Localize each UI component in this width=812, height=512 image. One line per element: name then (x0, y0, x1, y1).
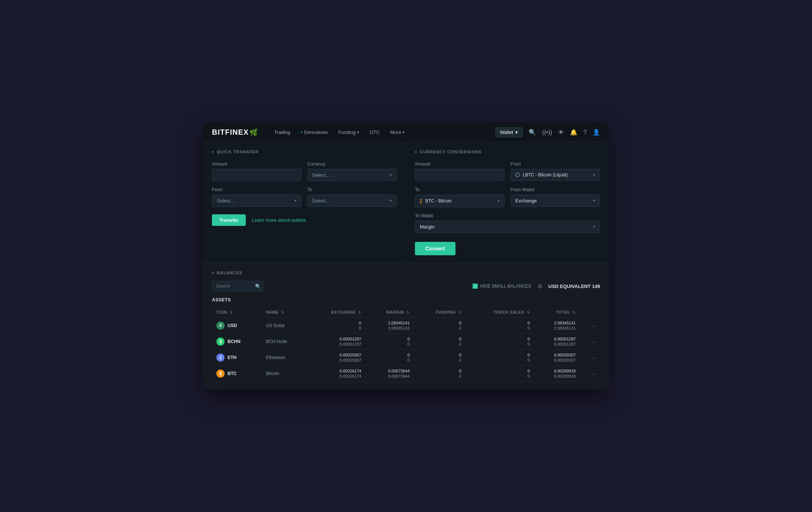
cell-funding-ETH: 0 0 (414, 350, 466, 366)
conv-from-wallet-label: From Wallet (510, 187, 600, 192)
signal-icon[interactable]: ((•)) (542, 129, 552, 136)
col-token-sales[interactable]: TOKEN SALES ⇅ (466, 307, 534, 318)
cell-coin-BCHN: ₿ BCHN (212, 334, 261, 350)
coin-ticker-ETH: ETH (228, 355, 236, 360)
cell-funding-BCHN: 0 0 (414, 334, 466, 350)
cell-name-USD: US Dollar (261, 318, 307, 334)
quick-transfer-chevron-icon[interactable]: ▾ (212, 150, 214, 154)
conversions-title: CURRENCY CONVERSIONS (420, 150, 482, 154)
row-menu-ETH-icon[interactable]: ··· (591, 355, 596, 361)
conv-amount-group: Amount (415, 161, 505, 181)
conv-to-wallet-label: To Wallet (415, 213, 600, 218)
amount-input[interactable] (212, 169, 302, 181)
bell-icon[interactable]: 🔔 (570, 129, 577, 136)
nav-trading[interactable]: Trading (270, 127, 295, 137)
coin-ticker-BCHN: BCHN (228, 339, 241, 344)
wallet-label: Wallet (500, 129, 513, 135)
cell-token-sales-USD: 0 0 (466, 318, 534, 334)
conv-from-chevron-icon: ▾ (593, 173, 595, 177)
to-select[interactable]: Select... ▾ (307, 195, 397, 207)
table-row: # USD US Dollar 0 0 2.08345141 2.0834514… (212, 318, 600, 334)
to-label: To (307, 187, 397, 192)
search-icon[interactable]: 🔍 (255, 284, 261, 289)
nav-trading-label: Trading (274, 129, 290, 135)
cell-coin-BTC: ₿ BTC (212, 366, 261, 382)
conv-amount-label: Amount (415, 161, 505, 167)
logo-text: BITFINEX (212, 128, 249, 137)
eye-icon[interactable]: 👁 (558, 129, 564, 136)
amount-currency-row: Amount Currency Select... ▾ (212, 161, 397, 181)
convert-button[interactable]: Convert (415, 242, 455, 255)
conv-to-chevron-icon: ▾ (497, 199, 500, 204)
cell-menu-BTC[interactable]: ··· (580, 366, 600, 382)
cell-menu-USD[interactable]: ··· (580, 318, 600, 334)
user-icon[interactable]: 👤 (593, 129, 600, 136)
cell-margin-ETH: 0 0 (366, 350, 414, 366)
cell-funding-USD: 0 0 (414, 318, 466, 334)
to-chevron-icon: ▾ (390, 198, 392, 203)
currency-chevron-icon: ▾ (390, 173, 392, 177)
quick-transfer-header: ▾ QUICK TRANSFER (212, 150, 397, 154)
conv-from-wallet-select[interactable]: Exchange ▾ (510, 195, 600, 207)
row-menu-BCHN-icon[interactable]: ··· (591, 339, 596, 345)
currency-select[interactable]: Select... ▾ (307, 169, 397, 181)
conv-from-inner: LBTC - Bitcoin (Liquid) (515, 172, 568, 177)
wallet-button[interactable]: Wallet ▾ (495, 127, 523, 137)
row-menu-BTC-icon[interactable]: ··· (591, 371, 596, 377)
wallet-chevron-icon: ▾ (515, 129, 518, 135)
coin-icon-BCHN: ₿ (216, 337, 225, 346)
conversions-chevron-icon[interactable]: ▾ (415, 150, 417, 154)
nav-otc[interactable]: OTC (365, 127, 384, 137)
from-chevron-icon: ▾ (294, 198, 297, 203)
col-name[interactable]: NAME ⇅ (261, 307, 307, 318)
conv-from-value: LBTC - Bitcoin (Liquid) (523, 172, 568, 177)
col-margin[interactable]: MARGIN ⇅ (366, 307, 414, 318)
amount-group: Amount (212, 161, 302, 181)
cell-exchange-ETH: 0.00029307 0.00029307 (307, 350, 365, 366)
nav-funding-chevron-icon: ▾ (357, 130, 359, 134)
conv-to-group: To ₿ BTC - Bitcoin ▾ (415, 187, 505, 207)
panels-row: ▾ QUICK TRANSFER Amount Currency Select.… (203, 142, 609, 263)
table-row: ₿ BCHN BCH Node 0.00001287 0.00001287 0 … (212, 334, 600, 350)
cell-menu-ETH[interactable]: ··· (580, 350, 600, 366)
cell-menu-BCHN[interactable]: ··· (580, 334, 600, 350)
conv-from-radio (515, 173, 520, 177)
conv-amount-row: Amount From LBTC - Bitcoin (Liquid) ▾ (415, 161, 600, 181)
quick-transfer-panel: ▾ QUICK TRANSFER Amount Currency Select.… (203, 142, 406, 263)
settings-icon[interactable]: ⚙ (537, 283, 542, 290)
balances-chevron-icon[interactable]: ▾ (212, 271, 214, 275)
col-actions (580, 307, 600, 318)
btc-icon: ₿ (420, 198, 422, 204)
learn-more-link[interactable]: Learn more about wallets (252, 217, 306, 223)
from-select[interactable]: Select... ▾ (212, 195, 302, 207)
coin-ticker-USD: USD (228, 323, 237, 328)
col-coin[interactable]: COIN ⇅ (212, 307, 261, 318)
conv-to-wallet-select[interactable]: Margin ▾ (415, 221, 600, 233)
hide-small-balances[interactable]: ✓ HIDE SMALL BALANCES (473, 284, 531, 289)
balances-section: ▾ BALANCES 🔍 ✓ HIDE SMALL BALANCES ⚙ USD… (203, 263, 609, 389)
search-icon[interactable]: 🔍 (529, 129, 536, 136)
col-funding[interactable]: FUNDING ⇅ (414, 307, 466, 318)
nav-otc-label: OTC (370, 129, 380, 135)
usd-equiv-label: USD EQUIVALENT (548, 284, 591, 289)
conv-from-select[interactable]: LBTC - Bitcoin (Liquid) ▾ (510, 169, 600, 181)
col-exchange[interactable]: EXCHANGE ⇅ (307, 307, 365, 318)
conv-to-wallet-value: Margin (420, 224, 435, 230)
nav-funding[interactable]: Funding ▾ (334, 127, 364, 137)
cell-name-ETH: Ethereum (261, 350, 307, 366)
cell-margin-BCHN: 0 0 (366, 334, 414, 350)
transfer-button[interactable]: Transfer (212, 214, 246, 226)
help-icon[interactable]: ? (583, 129, 587, 136)
form-actions: Transfer Learn more about wallets (212, 214, 397, 226)
conv-amount-input[interactable] (415, 169, 505, 181)
from-label: From (212, 187, 302, 192)
coin-ticker-BTC: BTC (228, 371, 237, 376)
nav-derivatives[interactable]: ● Derivatives (296, 127, 332, 137)
col-total[interactable]: TOTAL ⇅ (534, 307, 580, 318)
nav-more[interactable]: More ▾ (386, 127, 409, 137)
table-header-row: COIN ⇅ NAME ⇅ EXCHANGE ⇅ MARGIN ⇅ FUNDIN… (212, 307, 600, 318)
conv-to-select[interactable]: ₿ BTC - Bitcoin ▾ (415, 195, 505, 207)
row-menu-USD-icon[interactable]: ··· (591, 323, 596, 329)
hide-small-checkbox[interactable]: ✓ (473, 284, 478, 289)
from-group: From Select... ▾ (212, 187, 302, 207)
